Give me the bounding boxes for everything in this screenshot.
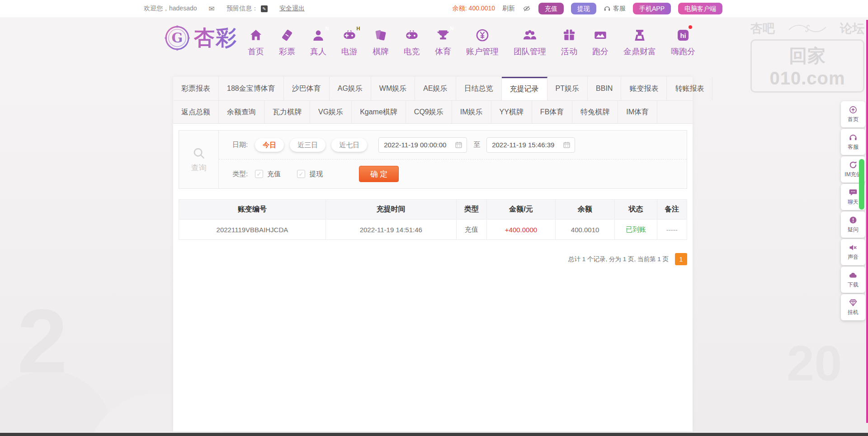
nav-item[interactable]: 团队管理 (514, 26, 546, 57)
edit-icon[interactable]: ✎ (261, 5, 268, 12)
nav-item-label: 电竞 (404, 46, 420, 57)
report-tab[interactable]: WM娱乐 (371, 77, 415, 100)
nav-item[interactable]: 活动 (561, 26, 577, 57)
bottom-bar (0, 433, 868, 436)
records-table: 账变编号充提时间类型金额/元余额状态备注 20221119VBBAIHJCDA … (179, 199, 687, 240)
report-tab[interactable]: 充提记录 (502, 77, 547, 100)
checkbox-icon[interactable]: ✓ (255, 170, 263, 178)
nav-item[interactable]: 跑分 (592, 26, 609, 57)
table-body: 20221119VBBAIHJCDA 2022-11-19 14:51:46 充… (179, 220, 687, 240)
table-header-row: 账变编号充提时间类型金额/元余额状态备注 (179, 200, 687, 220)
decor-number: 2 (17, 289, 67, 393)
customer-service-link[interactable]: 客服 (604, 5, 626, 13)
confirm-button[interactable]: 确 定 (359, 166, 399, 182)
nav-item[interactable]: 首页 (248, 26, 264, 57)
deposit-button[interactable]: 充值 (538, 3, 564, 14)
sidebar-item-icon (849, 188, 858, 197)
nav-item[interactable]: N 真人 (310, 26, 326, 57)
type-checkboxes: ✓ 充值 ✓ 提现 (255, 170, 339, 178)
report-tab[interactable]: Kgame棋牌 (352, 101, 406, 123)
report-tab[interactable]: 返点总额 (173, 101, 219, 123)
nav-item-label: 体育 (435, 46, 451, 57)
nav-item-icon: H (342, 26, 357, 44)
date-to-input[interactable]: 2022-11-19 15:46:39 (486, 137, 575, 153)
report-tab[interactable]: AE娱乐 (415, 77, 456, 100)
report-tab[interactable]: IM体育 (618, 101, 657, 123)
report-tab[interactable]: PT娱乐 (547, 77, 588, 100)
nav-item[interactable]: 嗨跑分 (671, 26, 695, 57)
notification-dot (689, 25, 692, 29)
report-tab[interactable]: 彩票报表 (173, 77, 219, 100)
query-block: 查询 (179, 131, 219, 188)
report-tab[interactable]: 余额查询 (219, 101, 264, 123)
cell-record-id: 20221119VBBAIHJCDA (179, 220, 326, 240)
report-tab[interactable]: 日结总览 (456, 77, 502, 100)
sidebar-item[interactable]: 下载 (841, 267, 865, 293)
report-tab[interactable]: VG娱乐 (310, 101, 352, 123)
report-tab[interactable]: 沙巴体育 (284, 77, 330, 100)
report-tab[interactable]: IM娱乐 (452, 101, 491, 123)
mobile-app-button[interactable]: 手机APP (633, 3, 671, 14)
watermark-domain: 回家010.com (750, 39, 864, 93)
sidebar-item-icon (849, 298, 858, 307)
nav-item[interactable]: 账户管理 (466, 26, 499, 57)
nav-item[interactable]: 棋牌 (373, 26, 389, 57)
sidebar-item-label: 客服 (848, 143, 859, 151)
nav-item[interactable]: 电竞 (404, 26, 420, 57)
checkbox-label: 充值 (267, 170, 281, 178)
table-row[interactable]: 20221119VBBAIHJCDA 2022-11-19 14:51:46 充… (179, 220, 687, 240)
sidebar-item[interactable]: 声音 (841, 239, 865, 265)
topbar: 欢迎您，hadesado ✉ 预留信息： ✎ 安全退出 余额: 400.0010… (0, 0, 868, 17)
page-1-button[interactable]: 1 (675, 253, 687, 265)
type-checkbox-option[interactable]: ✓ 充值 (255, 170, 281, 178)
filter-panel: 查询 日期: 今日近三日近七日 2022-11-19 00:00:00 至 20… (179, 130, 687, 189)
checkbox-icon[interactable]: ✓ (297, 170, 305, 178)
nav-item-label: 跑分 (592, 46, 609, 57)
report-tab[interactable]: AG娱乐 (330, 77, 371, 100)
logout-link[interactable]: 安全退出 (279, 5, 305, 13)
nav-item[interactable]: 彩票 (279, 26, 295, 57)
report-tab[interactable]: 特兔棋牌 (572, 101, 618, 123)
nav-item-label: 彩票 (279, 46, 295, 57)
date-from-input[interactable]: 2022-11-19 00:00:00 (378, 137, 467, 153)
report-tab[interactable]: BBIN (588, 77, 621, 100)
new-badge: N (448, 24, 456, 32)
nav-item[interactable]: 金鼎财富 (623, 26, 656, 57)
withdraw-button[interactable]: 提现 (571, 3, 596, 14)
sidebar-item[interactable]: 挂机 (841, 294, 865, 320)
scrollbar-thumb[interactable] (859, 159, 864, 210)
report-tab[interactable]: 188金宝博体育 (219, 77, 284, 100)
nav-item[interactable]: H 电游 (341, 26, 358, 57)
right-edge-strip (866, 20, 868, 423)
report-tab[interactable]: 瓦力棋牌 (264, 101, 310, 123)
floating-sidebar: 首页 客服 IM充值 聊天 疑问 声音 下载 (841, 101, 865, 320)
type-label: 类型: (232, 170, 248, 178)
report-tab[interactable]: FB体育 (532, 101, 572, 123)
sidebar-item[interactable]: 客服 (841, 129, 865, 155)
site-logo[interactable]: G 杏彩 (164, 24, 237, 52)
refresh-link[interactable]: 刷新 (502, 5, 515, 13)
quick-date-pill[interactable]: 今日 (255, 138, 284, 152)
pc-client-button[interactable]: 电脑客户端 (678, 3, 722, 14)
sidebar-item[interactable]: 疑问 (841, 211, 865, 238)
sidebar-item-icon (849, 271, 858, 280)
nav-item-icon (373, 26, 388, 44)
date-label: 日期: (232, 141, 248, 149)
main-nav: 首页 彩票 N 真人 H 电游 (248, 26, 695, 57)
decor-number: 20 (787, 334, 842, 392)
eye-off-icon[interactable] (522, 5, 531, 12)
sidebar-item-label: 下载 (848, 281, 859, 289)
mail-icon[interactable]: ✉ (209, 5, 215, 13)
content-card: 彩票报表188金宝博体育沙巴体育AG娱乐WM娱乐AE娱乐日结总览充提记录PT娱乐… (173, 77, 693, 431)
quick-date-pill[interactable]: 近三日 (290, 138, 326, 152)
nav-item[interactable]: N 体育 (435, 26, 451, 57)
quick-date-pill[interactable]: 近七日 (331, 138, 367, 152)
type-checkbox-option[interactable]: ✓ 提现 (297, 170, 323, 178)
report-tab[interactable]: 账变报表 (621, 77, 667, 100)
new-badge: H (354, 24, 362, 32)
sidebar-item[interactable]: 首页 (841, 101, 865, 127)
report-tab[interactable]: YY棋牌 (491, 101, 532, 123)
table-header-cell: 账变编号 (179, 200, 326, 220)
report-tab[interactable]: 转账报表 (667, 77, 712, 100)
report-tab[interactable]: CQ9娱乐 (406, 101, 452, 123)
